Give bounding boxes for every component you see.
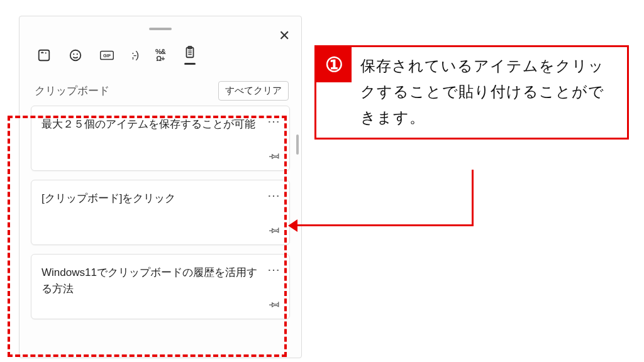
svg-point-3	[73, 53, 74, 55]
emoji-tab[interactable]	[69, 48, 82, 62]
svg-text:GIF: GIF	[103, 52, 111, 58]
active-tab-underline	[184, 63, 196, 65]
annotation-text: 保存されているアイテムをクリックすることで貼り付けることができます。	[352, 47, 627, 138]
clipboard-icon	[183, 45, 197, 59]
svg-rect-0	[39, 50, 50, 60]
item-more-button[interactable]: ⋯	[267, 263, 280, 276]
svg-point-4	[77, 53, 78, 55]
clear-all-button[interactable]: すべてクリア	[218, 81, 289, 101]
sticker-tab[interactable]	[37, 48, 51, 62]
symbols-tab[interactable]: %& Ω+	[155, 48, 165, 62]
pin-button[interactable]	[269, 299, 280, 312]
pin-icon	[269, 224, 280, 236]
arrowhead-icon	[288, 219, 297, 232]
clipboard-item-text: 最大２５個のアイテムを保存することが可能	[42, 116, 279, 133]
pin-button[interactable]	[269, 224, 280, 238]
item-more-button[interactable]: ⋯	[267, 189, 280, 202]
pin-icon	[269, 150, 280, 162]
clipboard-item[interactable]: 最大２５個のアイテムを保存することが可能 ⋯	[31, 106, 290, 171]
clipboard-item-text: [クリップボード]をクリック	[42, 190, 279, 207]
connector-horizontal	[296, 224, 474, 226]
svg-point-1	[45, 52, 47, 53]
drag-handle[interactable]	[149, 28, 172, 30]
section-header: クリップボード すべてクリア	[19, 70, 301, 106]
pin-button[interactable]	[269, 150, 280, 164]
sticker-icon	[37, 48, 51, 62]
clipboard-tab[interactable]	[183, 45, 197, 65]
connector-vertical	[472, 170, 474, 226]
clipboard-items: 最大２５個のアイテムを保存することが可能 ⋯ [クリップボード]をクリック ⋯ …	[19, 106, 301, 319]
section-title: クリップボード	[35, 84, 109, 98]
clipboard-item[interactable]: Windows11でクリップボードの履歴を活用する方法 ⋯	[31, 254, 290, 319]
step-badge: ①	[316, 47, 352, 82]
symbols-top: %&	[155, 48, 165, 55]
close-button[interactable]: ✕	[279, 29, 290, 43]
clipboard-item[interactable]: [クリップボード]をクリック ⋯	[31, 180, 290, 245]
pin-icon	[269, 299, 280, 310]
emoji-toolbar: GIF ;-) %& Ω+	[19, 33, 301, 70]
symbols-bottom: Ω+	[156, 55, 164, 62]
annotation-callout: ① 保存されているアイテムをクリックすることで貼り付けることができます。	[314, 45, 629, 140]
clipboard-panel: ✕ GIF ;-) %& Ω+ クリップボード すべてクリア 最大２５個のアイテ…	[19, 16, 302, 358]
clipboard-item-text: Windows11でクリップボードの履歴を活用する方法	[42, 265, 279, 297]
emoji-icon	[69, 48, 82, 62]
kaomoji-tab[interactable]: ;-)	[131, 49, 138, 62]
item-more-button[interactable]: ⋯	[267, 115, 280, 128]
svg-point-2	[70, 50, 81, 60]
gif-tab[interactable]: GIF	[100, 48, 114, 62]
gif-icon: GIF	[100, 48, 114, 62]
